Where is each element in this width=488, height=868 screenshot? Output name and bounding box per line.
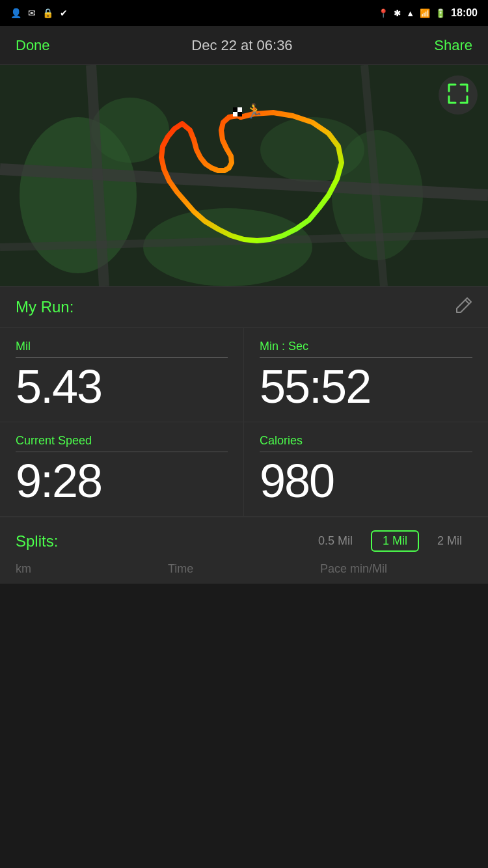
mail-icon: ✉ [28, 8, 36, 18]
my-run-label: My Run: [16, 298, 74, 316]
splits-table-header: km Time Pace min/Mil [16, 562, 472, 576]
splits-label: Splits: [16, 532, 58, 550]
status-icons-left: 👤 ✉ 🔒 ✔ [10, 8, 68, 18]
wifi-icon: ▲ [406, 8, 414, 18]
stat-cell-speed: Current Speed 9:28 [0, 422, 244, 517]
stat-label-speed: Current Speed [16, 434, 228, 448]
splits-col-km: km [16, 562, 168, 576]
battery-icon: 🔋 [435, 8, 446, 18]
svg-rect-12 [237, 112, 242, 116]
stat-value-distance: 5.43 [16, 363, 228, 410]
expand-button[interactable] [439, 75, 478, 115]
expand-icon [448, 83, 468, 107]
stat-divider-calories [260, 452, 472, 452]
stat-value-time: 55:52 [260, 363, 472, 410]
stat-value-speed: 9:28 [16, 457, 228, 504]
split-option-half-mile[interactable]: 0.5 Mil [308, 530, 363, 552]
splits-row: Splits: 0.5 Mil 1 Mil 2 Mil [16, 530, 472, 552]
stat-cell-calories: Calories 980 [244, 422, 488, 517]
splits-section: Splits: 0.5 Mil 1 Mil 2 Mil km Time Pace… [0, 517, 488, 584]
share-button[interactable]: Share [434, 37, 472, 54]
stat-label-calories: Calories [260, 434, 472, 448]
lock-icon: 🔒 [42, 8, 53, 18]
splits-col-time: Time [168, 562, 320, 576]
split-option-one-mile[interactable]: 1 Mil [371, 530, 419, 552]
stat-cell-distance: Mil 5.43 [0, 328, 244, 422]
stat-label-distance: Mil [16, 340, 228, 353]
stats-grid: Mil 5.43 Min : Sec 55:52 Current Speed 9… [0, 328, 488, 517]
clock: 18:00 [451, 7, 478, 19]
edit-icon[interactable] [455, 297, 472, 318]
done-button[interactable]: Done [16, 37, 50, 54]
stat-divider-speed [16, 452, 228, 452]
header-title: Dec 22 at 06:36 [191, 37, 292, 54]
svg-rect-13 [233, 114, 237, 116]
status-icons-right: 📍 ✱ ▲ 📶 🔋 18:00 [378, 7, 478, 19]
splits-col-pace: Pace min/Mil [320, 562, 472, 576]
header: Done Dec 22 at 06:36 Share [0, 26, 488, 65]
status-bar: 👤 ✉ 🔒 ✔ 📍 ✱ ▲ 📶 🔋 18:00 [0, 0, 488, 26]
split-option-two-mile[interactable]: 2 Mil [427, 530, 472, 552]
stat-cell-time: Min : Sec 55:52 [244, 328, 488, 422]
signal-icon: 📶 [420, 8, 430, 18]
svg-rect-11 [233, 107, 237, 112]
svg-text:🏃: 🏃 [245, 102, 264, 120]
svg-line-15 [465, 300, 469, 304]
person-icon: 👤 [10, 8, 21, 18]
location-icon: 📍 [378, 8, 388, 18]
stat-divider-distance [16, 357, 228, 358]
map-container: 🏃 [0, 65, 488, 286]
stat-divider-time [260, 357, 472, 358]
stat-label-time: Min : Sec [260, 340, 472, 353]
my-run-section: My Run: [0, 286, 488, 328]
bluetooth-icon: ✱ [394, 8, 401, 18]
check-icon: ✔ [60, 8, 68, 18]
splits-options: 0.5 Mil 1 Mil 2 Mil [308, 530, 472, 552]
stat-value-calories: 980 [260, 457, 472, 504]
